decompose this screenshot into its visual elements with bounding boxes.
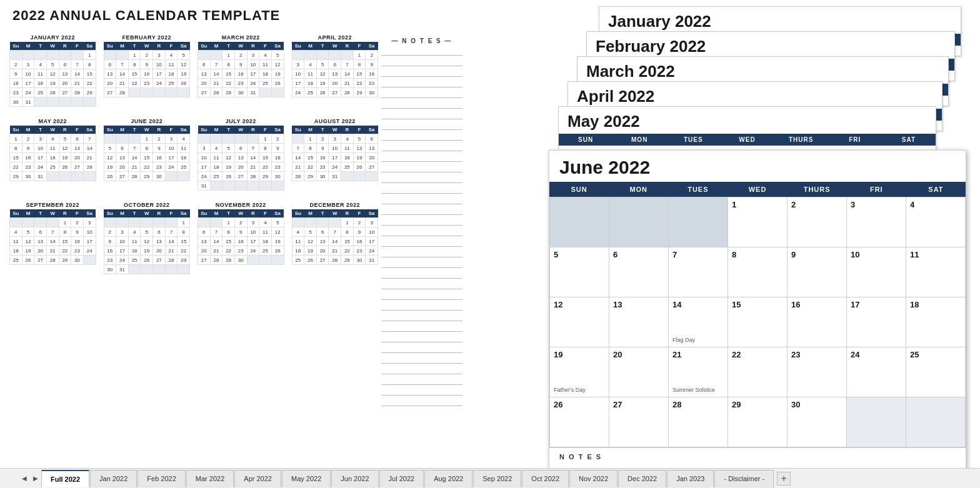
- june-day-number: 20: [613, 350, 622, 359]
- calendar-day: [292, 51, 304, 60]
- calendar-day: [59, 172, 71, 181]
- calendar-day: 20: [59, 79, 71, 88]
- calendar-day: 5: [304, 227, 317, 237]
- calendar-day: 11: [210, 153, 222, 162]
- calendar-day: 7: [128, 144, 141, 153]
- day-header: M: [210, 126, 222, 134]
- day-header: M: [22, 42, 34, 51]
- day-header: R: [59, 126, 71, 134]
- calendar-day: 31: [329, 172, 341, 181]
- calendar-day: [116, 218, 129, 227]
- calendar-day: 31: [34, 172, 47, 181]
- calendar-day: 2: [71, 218, 84, 227]
- calendar-day: 15: [83, 69, 96, 79]
- tab-dec2022[interactable]: Dec 2022: [618, 470, 666, 487]
- june-day-number: 17: [851, 300, 859, 309]
- calendar-day: 14: [341, 69, 354, 79]
- tab-nav-left[interactable]: ◀: [19, 473, 30, 484]
- tab-jan2022[interactable]: Jan 2022: [90, 470, 137, 487]
- calendar-day: [83, 97, 96, 107]
- calendar-day: 28: [329, 256, 341, 265]
- small-cal-title: AUGUST 2022: [292, 118, 379, 124]
- calendar-day: [198, 218, 211, 227]
- calendar-day: 6: [153, 227, 166, 237]
- calendar-day: [329, 218, 341, 227]
- calendar-day: 2: [366, 51, 378, 60]
- main-title: 2022 ANNUAL CALENDAR TEMPLATE: [12, 7, 280, 24]
- add-tab-button[interactable]: +: [777, 472, 791, 486]
- calendar-day: 27: [316, 256, 329, 265]
- day-header: R: [153, 126, 166, 134]
- calendar-day: 31: [116, 265, 129, 274]
- tab-jun2022[interactable]: Jun 2022: [331, 470, 378, 487]
- note-line: [381, 142, 462, 151]
- day-header: F: [259, 42, 272, 51]
- small-cal: JANUARY 2022SuMTWRFSa1234567891011121314…: [9, 34, 96, 107]
- calendar-day: [259, 88, 272, 97]
- day-header: Sa: [178, 209, 190, 218]
- calendar-day: 29: [353, 88, 366, 97]
- day-header: Su: [10, 126, 22, 134]
- calendar-day: 2: [316, 134, 329, 144]
- calendar-day: 21: [341, 79, 354, 88]
- calendar-day: 24: [198, 172, 211, 181]
- calendar-day: 12: [178, 60, 190, 69]
- calendar-day: 3: [329, 134, 341, 144]
- tab-nov2022[interactable]: Nov 2022: [569, 470, 618, 487]
- tab-mar2022[interactable]: Mar 2022: [186, 470, 234, 487]
- calendar-day: 10: [83, 227, 96, 237]
- tab-feb2022[interactable]: Feb 2022: [138, 470, 185, 487]
- note-line: [381, 217, 462, 226]
- calendar-day: 21: [116, 79, 129, 88]
- calendar-day: [292, 134, 304, 144]
- june-header-cell: MON: [609, 182, 668, 197]
- tab-sep2022[interactable]: Sep 2022: [473, 470, 521, 487]
- calendar-day: 25: [34, 88, 47, 97]
- calendar-day: 2: [22, 134, 34, 144]
- tab--disclaimer-[interactable]: - Disclaimer -: [714, 470, 774, 487]
- calendar-day: 13: [34, 237, 47, 246]
- calendar-day: 26: [104, 172, 116, 181]
- tab-oct2022[interactable]: Oct 2022: [522, 470, 569, 487]
- calendar-day: 20: [329, 79, 341, 88]
- calendar-day: 12: [46, 69, 59, 79]
- calendar-day: 17: [292, 79, 304, 88]
- calendar-day: [341, 172, 354, 181]
- calendar-day: 21: [165, 246, 178, 256]
- calendar-day: 16: [234, 69, 247, 79]
- calendar-day: [210, 218, 222, 227]
- calendar-day: 11: [259, 227, 272, 237]
- calendar-day: [34, 51, 47, 60]
- note-line: [381, 79, 462, 87]
- calendar-day: [247, 181, 259, 191]
- tab-jan2023[interactable]: Jan 2023: [667, 470, 714, 487]
- day-header: Sa: [271, 126, 284, 134]
- calendar-day: 15: [178, 237, 190, 246]
- calendar-day: 24: [34, 162, 47, 172]
- day-header: Sa: [178, 42, 190, 51]
- tab-full2022[interactable]: Full 2022: [41, 470, 89, 487]
- calendar-day: [128, 134, 141, 144]
- calendar-day: 12: [222, 153, 235, 162]
- calendar-day: 26: [353, 162, 366, 172]
- day-header: Su: [198, 42, 211, 51]
- calendar-day: 10: [292, 69, 304, 79]
- calendar-day: 11: [165, 60, 178, 69]
- day-header: T: [128, 126, 141, 134]
- june-day-cell: 26: [550, 397, 609, 447]
- june-day-cell: 18: [906, 297, 966, 347]
- calendar-day: 16: [71, 237, 84, 246]
- calendar-day: 14: [116, 69, 129, 79]
- note-line: [381, 132, 462, 141]
- calendar-day: [341, 51, 354, 60]
- tab-nav-right[interactable]: ▶: [30, 473, 41, 484]
- tab-may2022[interactable]: May 2022: [282, 470, 331, 487]
- tab-aug2022[interactable]: Aug 2022: [424, 470, 472, 487]
- day-header: Su: [104, 209, 116, 218]
- tab-jul2022[interactable]: Jul 2022: [379, 470, 424, 487]
- sheet-may[interactable]: May 2022 SUN MON TUES WED THURS FRI SAT: [558, 106, 936, 156]
- calendar-day: 5: [178, 51, 190, 60]
- note-line: [381, 153, 462, 162]
- calendar-day: 29: [304, 172, 317, 181]
- tab-apr2022[interactable]: Apr 2022: [234, 470, 281, 487]
